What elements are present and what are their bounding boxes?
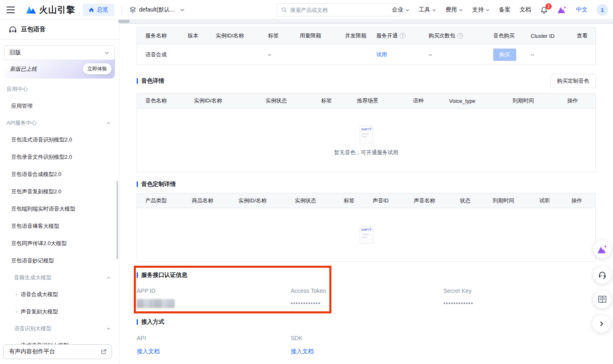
sidebar: AI 豆包语音 旧版 新版已上线 立即体验 应用中心 应用管理 API服务中心 … <box>0 20 119 364</box>
sidebar-item-voice-clone-2[interactable]: 豆包声音复刻模型2.0 <box>0 183 119 200</box>
voice-custom-header: 音色定制详情 <box>137 181 596 188</box>
col-language: 语种 <box>405 97 441 104</box>
svg-text:AI: AI <box>12 30 14 32</box>
voice-custom-table: 产品类型 商品名称 实例ID/名称 实例状态 标签 声音ID 声音名称 状态 到… <box>137 193 596 262</box>
docs-fab[interactable] <box>593 290 611 308</box>
support-fab[interactable] <box>593 266 611 284</box>
col-scene: 推荐场景 <box>349 97 405 104</box>
sidebar-item-miaoji[interactable]: 豆包语音妙记模型 <box>0 252 119 269</box>
content-card: 服务名称 版本 实例ID/名称 标签 用量限额 并发限额 服务开通? 购买次数包… <box>119 24 613 364</box>
sidebar-subgroup-audio-gen[interactable]: 音频生成大模型 <box>0 269 119 286</box>
col-usage-quota: 用量限额 <box>291 32 337 39</box>
top-navigation-bar: 火山引擎 总览 default(默认... 企业 工具 <box>0 0 613 20</box>
sidebar-menu: 应用中心 应用管理 API服务中心 豆包流式语音识别模型2.0 豆包录音文件识别… <box>0 81 119 354</box>
workspace-selector[interactable]: default(默认... <box>129 6 185 14</box>
notification-bell[interactable]: 2 <box>540 6 548 14</box>
col-instance: 实例ID/名称 <box>207 32 260 39</box>
col-voice-type: Voice_type <box>441 98 504 104</box>
audio-creation-platform-link[interactable]: 有声内容创作平台 <box>3 344 112 359</box>
ai-assistant-fab[interactable] <box>593 240 611 258</box>
auth-info-section: 服务接口认证信息 APP ID Access Token ***********… <box>137 266 596 313</box>
sidebar-group-app-center: 应用中心 <box>0 81 119 97</box>
help-icon[interactable]: ? <box>400 33 406 39</box>
col-cluster-id: Cluster ID <box>522 33 569 39</box>
col-audition: 试听 <box>531 197 563 204</box>
col-actions: 操作 <box>563 197 595 204</box>
sdk-label: SDK <box>291 335 443 341</box>
svg-text:EMPTY: EMPTY <box>361 228 371 231</box>
nav-label: 工具 <box>419 6 430 14</box>
help-icon[interactable]: ? <box>457 33 463 39</box>
chevron-right-icon <box>599 321 604 327</box>
secret-key-field: Secret Key ************ <box>443 287 596 308</box>
col-version: 版本 <box>179 32 207 39</box>
sidebar-item-stream-asr-2[interactable]: 豆包流式语音识别模型2.0 <box>0 131 119 148</box>
chevron-down-icon <box>180 7 185 12</box>
overview-label: 总览 <box>97 6 108 14</box>
sidebar-item-e2e-realtime[interactable]: 豆包端到端实时语音大模型 <box>0 200 119 218</box>
divider <box>121 6 122 14</box>
try-now-button[interactable]: 立即体验 <box>83 63 112 74</box>
chevron-down-icon <box>485 8 490 12</box>
access-token-label: Access Token <box>291 287 443 294</box>
sidebar-item-app-management[interactable]: 应用管理 <box>0 97 119 115</box>
nav-icp[interactable]: 备案 <box>499 6 510 14</box>
chevron-up-icon <box>106 327 111 331</box>
voice-detail-empty-state: EMPTY 暂无音色，可开通服务试用 <box>137 108 595 172</box>
chevron-down-icon <box>432 8 436 12</box>
language-switch[interactable]: 中文 <box>576 6 587 14</box>
trial-link[interactable]: 试用 <box>376 51 387 58</box>
table-row: 语音合成 – 试用 -- 购买 -- <box>137 44 595 65</box>
nav-billing[interactable]: 费用 <box>445 6 463 14</box>
buy-custom-voice-button[interactable]: 购买定制音色 <box>550 74 596 88</box>
sidebar-subgroup-asr-large[interactable]: 语音识别大模型 <box>0 320 119 337</box>
col-view: 查看 <box>569 32 595 39</box>
voice-custom-table-header: 产品类型 商品名称 实例ID/名称 实例状态 标签 声音ID 声音名称 状态 到… <box>137 193 595 208</box>
menu-icon[interactable] <box>7 7 15 13</box>
sidebar-item-tts-2[interactable]: 豆包语音合成模型2.0 <box>0 166 119 183</box>
collapse-fab[interactable] <box>592 315 611 333</box>
sidebar-item-podcast[interactable]: 豆包语音播客大模型 <box>0 218 119 235</box>
col-voice-buy: 音色购买 <box>485 32 522 39</box>
sidebar-item-simul-interp[interactable]: 豆包同声传译2.0大模型 <box>0 235 119 252</box>
search-input[interactable] <box>290 7 396 13</box>
sidebar-scrollbar[interactable] <box>117 181 118 259</box>
version-select[interactable]: 旧版 <box>4 45 115 60</box>
sidebar-subitem-tts-large[interactable]: 语音合成大模型 <box>0 286 119 303</box>
nav-enterprise[interactable]: 企业 <box>392 6 410 14</box>
version-banner-card: 旧版 新版已上线 立即体验 <box>4 45 115 79</box>
scrollbar-thumb[interactable] <box>118 19 130 23</box>
section-title: 服务接口认证信息 <box>137 271 187 279</box>
overview-button[interactable]: 总览 <box>83 4 114 16</box>
nav-label: 支持 <box>472 6 484 14</box>
buy-button[interactable]: 购买 <box>493 49 516 61</box>
banner-text: 新版已上线 <box>10 65 37 73</box>
brand-logo[interactable]: 火山引擎 <box>26 4 75 16</box>
avatar[interactable]: 1 <box>597 4 608 16</box>
search-box[interactable] <box>277 3 400 16</box>
nav-label: 企业 <box>392 6 403 14</box>
ai-assistant-icon[interactable] <box>557 5 567 14</box>
nav-support[interactable]: 支持 <box>472 6 490 14</box>
sdk-doc-link[interactable]: 接入文档 <box>291 348 314 355</box>
voice-custom-empty-state: EMPTY <box>137 208 595 261</box>
col-tag: 标签 <box>313 97 349 104</box>
api-doc-link[interactable]: 接入文档 <box>137 348 160 355</box>
sidebar-group-api-center[interactable]: API服务中心 <box>0 115 119 131</box>
app-id-masked-value <box>137 299 175 308</box>
section-title: 音色详情 <box>137 77 164 85</box>
avatar-label: 1 <box>601 7 604 13</box>
chevron-up-icon <box>106 121 111 125</box>
sidebar-product-header: AI 豆包语音 <box>0 20 119 39</box>
cell-cluster-id: -- <box>522 51 569 58</box>
nav-tools[interactable]: 工具 <box>419 6 436 14</box>
sidebar-item-file-asr-2[interactable]: 豆包录音文件识别模型2.0 <box>0 148 119 166</box>
cell-tag: – <box>260 51 291 58</box>
access-token-field: Access Token ************ <box>291 287 443 308</box>
access-token-value: ************ <box>291 301 443 307</box>
service-table-header: 服务名称 版本 实例ID/名称 标签 用量限额 并发限额 服务开通? 购买次数包… <box>137 28 595 44</box>
api-label: API <box>137 335 291 341</box>
section-title: 音色定制详情 <box>137 181 176 188</box>
sidebar-subitem-clone-large[interactable]: 声音复刻大模型 <box>0 303 119 320</box>
nav-docs[interactable]: 文档 <box>520 6 531 14</box>
